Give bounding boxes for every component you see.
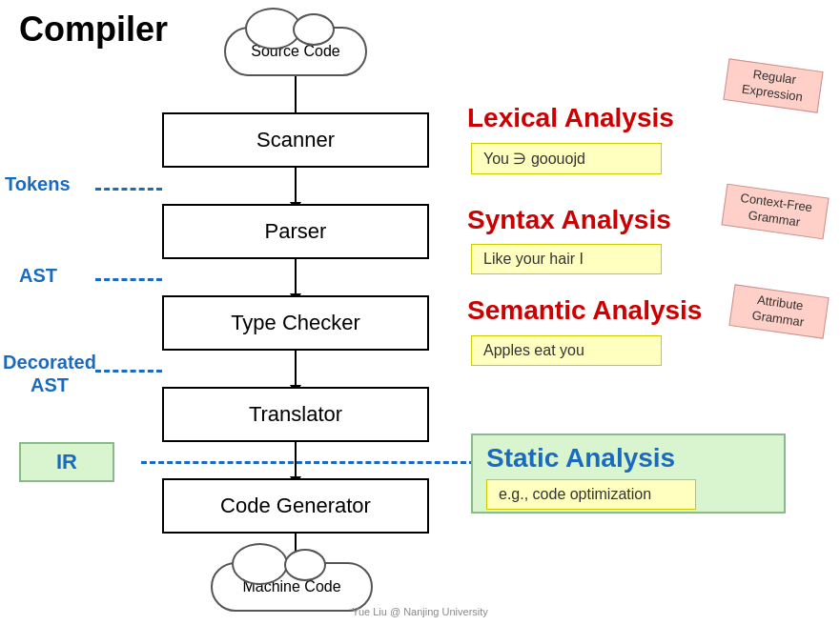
type-checker-label: Type Checker [231, 311, 360, 335]
syntax-example-box: Like your hair I [471, 244, 662, 274]
arrow-parser-to-typechecker [295, 259, 297, 295]
ir-label: IR [56, 450, 77, 474]
lexical-analysis-heading: Lexical Analysis [467, 103, 674, 133]
arrow-translator-to-codegen [295, 442, 297, 478]
ast-label: AST [19, 265, 57, 287]
parser-label: Parser [265, 219, 327, 244]
watermark: Yue Liu @ Nanjing University [352, 606, 488, 617]
machine-code-cloud: Machine Code [211, 562, 373, 612]
static-analysis-heading: Static Analysis [486, 443, 770, 474]
arrow-source-to-scanner [295, 76, 297, 114]
tokens-dashed-line [95, 188, 162, 191]
code-generator-label: Code Generator [220, 494, 371, 518]
semantic-example-box: Apples eat you [471, 335, 662, 366]
decorated-ast-dashed-line [95, 370, 162, 373]
type-checker-box: Type Checker [162, 295, 429, 351]
scanner-label: Scanner [256, 128, 335, 152]
arrow-scanner-to-parser [295, 168, 297, 204]
attribute-grammar-label: Attribute Grammar [728, 284, 829, 338]
compiler-title: Compiler [19, 10, 168, 50]
lexical-example-text: You ∋ goouojd [483, 151, 585, 167]
parser-box: Parser [162, 204, 429, 259]
static-analysis-container: Static Analysis e.g., code optimization [471, 433, 786, 514]
machine-code-label: Machine Code [242, 578, 340, 595]
semantic-example-text: Apples eat you [483, 342, 584, 358]
context-free-grammar-label: Context-Free Grammar [721, 184, 829, 239]
ir-box: IR [19, 442, 114, 482]
semantic-analysis-heading: Semantic Analysis [467, 295, 702, 326]
decorated-ast-label: Decorated AST [2, 351, 97, 396]
syntax-analysis-heading: Syntax Analysis [467, 205, 671, 235]
attribute-grammar-text: Attribute Grammar [751, 292, 805, 330]
syntax-example-text: Like your hair I [483, 251, 584, 267]
arrow-typechecker-to-translator [295, 351, 297, 387]
source-code-label: Source Code [251, 43, 339, 60]
static-example-text: e.g., code optimization [499, 486, 651, 502]
code-generator-box: Code Generator [162, 478, 429, 534]
ir-dashed-line [141, 461, 475, 464]
source-code-cloud: Source Code [224, 27, 367, 76]
decorated-ast-text: Decorated AST [3, 352, 96, 395]
regular-expression-text: Regular Expression [741, 67, 804, 104]
scanner-box: Scanner [162, 112, 429, 168]
regular-expression-label: Regular Expression [723, 58, 823, 112]
ast-dashed-line [95, 278, 162, 281]
static-example-box: e.g., code optimization [486, 479, 696, 510]
context-free-text: Context-Free Grammar [740, 191, 813, 230]
translator-box: Translator [162, 387, 429, 442]
translator-label: Translator [249, 402, 342, 427]
lexical-example-box: You ∋ goouojd [471, 143, 662, 174]
tokens-label: Tokens [5, 173, 71, 195]
